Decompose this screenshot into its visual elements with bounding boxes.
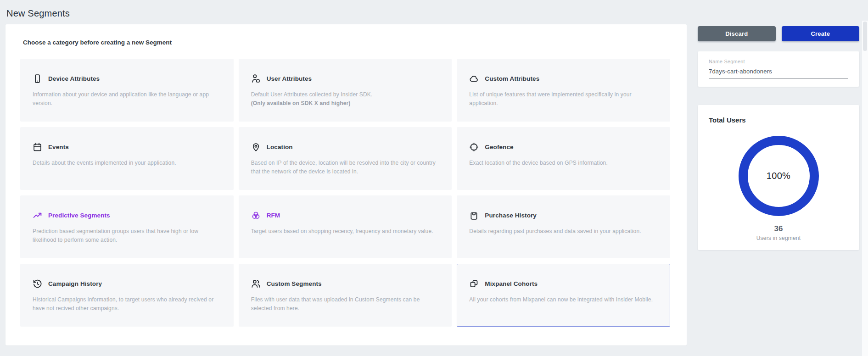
category-panel: Choose a category before creating a new … [6,24,687,345]
users-count-caption: Users in segment [709,235,848,241]
card-rfm[interactable]: RFM Target users based on shopping recen… [239,195,452,258]
user-icon [251,74,261,83]
card-title: Events [48,144,69,150]
map-pin-icon [251,142,261,152]
card-description: Exact location of the device based on GP… [469,159,658,167]
card-title: RFM [267,212,280,219]
card-title: Custom Attributes [485,75,539,82]
geofence-icon [469,142,479,152]
card-head: Geofence [469,142,658,152]
card-head: Device Attributes [33,74,221,83]
card-title: Geofence [485,144,513,150]
card-geofence[interactable]: Geofence Exact location of the device ba… [457,127,670,190]
cohorts-icon [469,279,479,289]
card-title: Custom Segments [267,280,322,287]
card-head: Events [33,142,221,152]
calendar-icon [33,142,42,152]
card-head: Custom Attributes [469,74,658,83]
card-description: Details about the events implemented in … [33,159,221,167]
card-title: Predictive Segments [48,212,110,219]
card-events[interactable]: Events Details about the events implemen… [20,127,234,190]
card-title: Location [267,144,293,150]
action-buttons: Discard Create [698,26,859,41]
name-segment-card: Name Segment [698,51,859,87]
card-description: Target users based on shopping recency, … [251,227,440,236]
right-sidebar: Discard Create Name Segment Total Users … [698,6,859,345]
card-title: Mixpanel Cohorts [485,280,538,287]
donut-percent: 100% [767,171,790,181]
card-head: Custom Segments [251,279,440,289]
name-segment-label: Name Segment [709,59,848,64]
card-description: Historical Campaigns information, to tar… [33,295,221,312]
card-title: Purchase History [485,212,537,219]
card-description: Details regarding past purchases and dat… [469,227,658,236]
shopping-bag-icon [469,211,479,220]
card-custom-attributes[interactable]: Custom Attributes List of unique feature… [457,59,670,122]
card-custom-segments[interactable]: Custom Segments Files with user data tha… [239,264,452,327]
card-title: Campaign History [48,280,102,287]
history-icon [33,279,42,289]
card-user-attributes[interactable]: User Attributes Default User Attributes … [239,59,452,122]
card-description: Based on IP of the device, location will… [251,159,440,176]
card-predictive-segments[interactable]: Predictive Segments Prediction based seg… [20,195,234,258]
card-head: Purchase History [469,211,658,220]
card-description: Prediction based segmentation groups use… [33,227,221,244]
card-head: RFM [251,211,440,220]
total-users-card: Total Users 100% 36 Users in segment [698,105,859,250]
scrollbar-track[interactable] [862,21,868,356]
card-purchase-history[interactable]: Purchase History Details regarding past … [457,195,670,258]
page-title: New Segments [6,8,687,19]
users-count: 36 [709,224,848,234]
venn-icon [251,211,261,220]
total-users-title: Total Users [709,116,848,124]
name-segment-input[interactable] [709,68,848,78]
discard-button[interactable]: Discard [698,26,776,41]
category-grid: Device Attributes Information about your… [20,59,670,327]
card-description: All your cohorts from Mixpanel can now b… [469,295,658,304]
donut-wrap: 100% [709,136,848,216]
card-head: Predictive Segments [33,211,221,220]
card-location[interactable]: Location Based on IP of the device, loca… [239,127,452,190]
trend-up-icon [33,211,42,220]
card-description-line2: (Only available on SDK X and higher) [251,99,440,108]
main-column: New Segments Choose a category before cr… [6,6,687,345]
card-title: User Attributes [267,75,312,82]
device-icon [33,74,42,83]
card-campaign-history[interactable]: Campaign History Historical Campaigns in… [20,264,234,327]
card-description: Default User Attributes collected by Ins… [251,90,440,107]
cloud-icon [469,74,479,83]
card-description: Files with user data that was uploaded i… [251,295,440,312]
card-head: Mixpanel Cohorts [469,279,658,289]
segments-page: New Segments Choose a category before cr… [0,0,868,345]
card-device-attributes[interactable]: Device Attributes Information about your… [20,59,234,122]
users-donut-chart: 100% [739,136,819,216]
card-head: Campaign History [33,279,221,289]
panel-subtitle: Choose a category before creating a new … [23,39,670,46]
card-description: List of unique features that were implem… [469,90,658,107]
scrollbar-thumb[interactable] [863,22,867,51]
card-description: Information about your device and applic… [33,90,221,107]
card-description-line1: Default User Attributes collected by Ins… [251,91,373,98]
card-title: Device Attributes [48,75,100,82]
create-button[interactable]: Create [782,26,860,41]
card-mixpanel-cohorts[interactable]: Mixpanel Cohorts All your cohorts from M… [457,264,670,327]
card-head: User Attributes [251,74,440,83]
card-head: Location [251,142,440,152]
users-icon [251,279,261,289]
